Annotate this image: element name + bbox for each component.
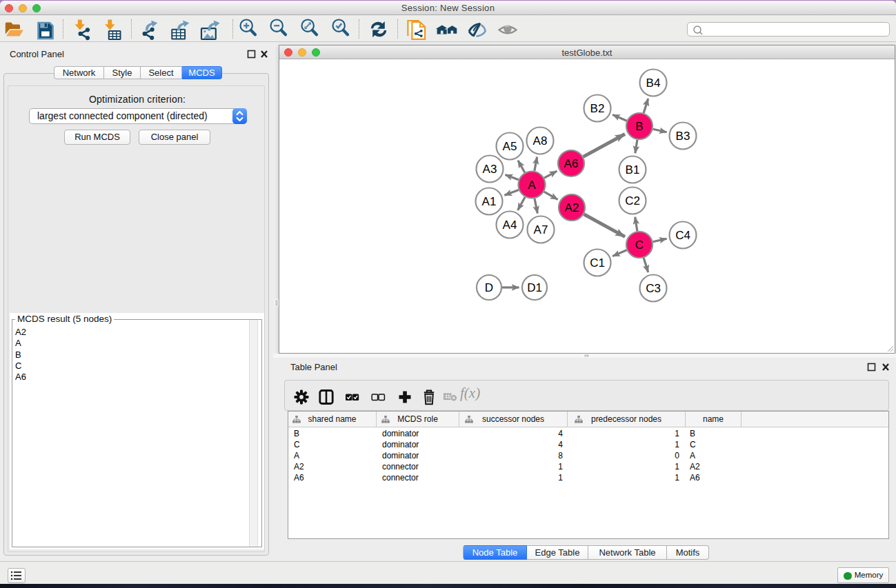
svg-text:B2: B2 <box>590 102 605 115</box>
svg-text:A3: A3 <box>483 163 497 176</box>
svg-text:C3: C3 <box>646 282 661 295</box>
svg-text:C2: C2 <box>625 194 640 207</box>
svg-text:A: A <box>528 179 536 192</box>
svg-text:A2: A2 <box>565 201 579 214</box>
svg-text:C4: C4 <box>675 229 690 242</box>
svg-text:A5: A5 <box>503 140 517 153</box>
svg-text:A8: A8 <box>533 134 548 148</box>
svg-text:A7: A7 <box>534 223 548 236</box>
svg-text:D1: D1 <box>527 281 542 294</box>
svg-text:D: D <box>485 281 493 294</box>
svg-text:B3: B3 <box>676 130 690 143</box>
svg-text:B: B <box>635 120 643 133</box>
svg-text:C: C <box>635 239 644 252</box>
svg-text:A4: A4 <box>503 219 517 232</box>
svg-text:C1: C1 <box>590 256 605 270</box>
svg-text:B1: B1 <box>626 163 640 176</box>
svg-text:A1: A1 <box>482 195 497 208</box>
svg-text:A6: A6 <box>564 157 579 170</box>
svg-text:B4: B4 <box>646 77 661 90</box>
